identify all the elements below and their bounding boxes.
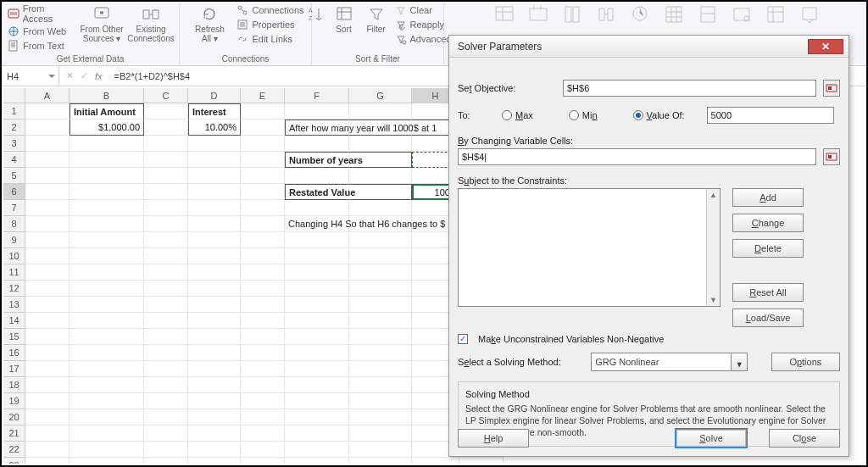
cell-B12[interactable] (70, 281, 144, 297)
radio-max[interactable]: Max (502, 110, 533, 120)
col-header-G[interactable]: G (349, 88, 412, 103)
from-other-sources-button[interactable]: From Other Sources ▾ (79, 3, 125, 45)
cell-E13[interactable] (241, 297, 285, 313)
advanced-button[interactable]: Advanced (394, 32, 452, 46)
cell-F23[interactable] (285, 458, 349, 464)
row-header-11[interactable]: 11 (3, 264, 25, 281)
cell-F11[interactable] (285, 264, 349, 281)
cell-E4[interactable] (241, 152, 285, 168)
cell-A19[interactable] (25, 393, 70, 409)
cell-D1[interactable]: Interest (188, 103, 241, 120)
cell-F18[interactable] (285, 377, 349, 393)
cell-C18[interactable] (144, 377, 188, 393)
cell-D18[interactable] (188, 377, 241, 393)
cell-A12[interactable] (25, 281, 70, 297)
row-header-6[interactable]: 6 (3, 184, 25, 200)
cell-F1[interactable] (285, 103, 349, 120)
from-text-button[interactable]: From Text (7, 39, 75, 53)
cell-D8[interactable] (188, 216, 241, 232)
cell-C3[interactable] (144, 136, 188, 152)
cell-E17[interactable] (241, 361, 285, 377)
cell-A9[interactable] (25, 232, 70, 248)
add-constraint-button[interactable]: Add (732, 188, 804, 207)
cell-F20[interactable] (285, 409, 349, 425)
cell-A1[interactable] (25, 103, 70, 120)
col-header-F[interactable]: F (285, 88, 349, 103)
cell-A13[interactable] (25, 297, 70, 313)
cell-B5[interactable] (70, 168, 144, 184)
refresh-all-button[interactable]: Refresh All ▾ (186, 3, 232, 45)
cell-F4[interactable]: Number of years (285, 152, 349, 168)
row-header-2[interactable]: 2 (3, 120, 25, 136)
row-header-7[interactable]: 7 (3, 200, 25, 216)
cell-E3[interactable] (241, 136, 285, 152)
cell-C20[interactable] (144, 409, 188, 425)
cell-F12[interactable] (285, 281, 349, 297)
scrollbar[interactable] (706, 189, 720, 306)
constraints-list[interactable] (458, 188, 721, 307)
cell-D16[interactable] (188, 345, 241, 361)
cell-G16[interactable] (349, 345, 412, 361)
cell-F17[interactable] (285, 361, 349, 377)
ref-picker-changing[interactable] (823, 148, 840, 165)
cell-E19[interactable] (241, 393, 285, 409)
cell-E11[interactable] (241, 264, 285, 281)
cell-G1[interactable] (349, 103, 412, 120)
cell-D21[interactable] (188, 425, 241, 442)
cell-F3[interactable] (285, 136, 349, 152)
cell-G4[interactable] (349, 152, 412, 168)
cell-G10[interactable] (349, 248, 412, 264)
cell-B10[interactable] (70, 248, 144, 264)
row-header-18[interactable]: 18 (3, 377, 25, 393)
cell-F10[interactable] (285, 248, 349, 264)
cell-B7[interactable] (70, 200, 144, 216)
cell-F19[interactable] (285, 393, 349, 409)
row-header-20[interactable]: 20 (3, 409, 25, 425)
row-header-19[interactable]: 19 (3, 393, 25, 409)
cell-C16[interactable] (144, 345, 188, 361)
cell-E5[interactable] (241, 168, 285, 184)
cell-I23[interactable] (459, 458, 504, 464)
row-header-1[interactable]: 1 (3, 103, 25, 120)
delete-constraint-button[interactable]: Delete (732, 239, 804, 258)
cell-B15[interactable] (70, 329, 144, 345)
radio-min[interactable]: Min (569, 110, 598, 120)
cell-A15[interactable] (25, 329, 70, 345)
row-header-15[interactable]: 15 (3, 329, 25, 345)
cell-D19[interactable] (188, 393, 241, 409)
cell-C11[interactable] (144, 264, 188, 281)
cell-E8[interactable] (241, 216, 285, 232)
cell-E22[interactable] (241, 442, 285, 458)
cell-G22[interactable] (349, 442, 412, 458)
cell-C14[interactable] (144, 313, 188, 329)
cell-A23[interactable] (25, 458, 70, 464)
cell-E1[interactable] (241, 103, 285, 120)
cell-C2[interactable] (144, 120, 188, 136)
help-button[interactable]: Help (458, 429, 529, 448)
row-header-13[interactable]: 13 (3, 297, 25, 313)
cell-D2[interactable]: 10.00% (188, 120, 241, 136)
cell-A8[interactable] (25, 216, 70, 232)
cell-B13[interactable] (70, 297, 144, 313)
cell-A21[interactable] (25, 425, 70, 442)
by-changing-input[interactable] (458, 148, 816, 165)
cell-G21[interactable] (349, 425, 412, 442)
radio-value-of[interactable]: Value Of: (633, 110, 685, 120)
cell-G20[interactable] (349, 409, 412, 425)
cell-G19[interactable] (349, 393, 412, 409)
cell-C12[interactable] (144, 281, 188, 297)
row-header-5[interactable]: 5 (3, 168, 25, 184)
cell-E9[interactable] (241, 232, 285, 248)
cell-D7[interactable] (188, 200, 241, 216)
cell-F13[interactable] (285, 297, 349, 313)
close-button[interactable]: ✕ (808, 39, 843, 54)
cell-G11[interactable] (349, 264, 412, 281)
cell-C22[interactable] (144, 442, 188, 458)
cell-B19[interactable] (70, 393, 144, 409)
row-header-17[interactable]: 17 (3, 361, 25, 377)
cell-E6[interactable] (241, 184, 285, 200)
cell-B4[interactable] (70, 152, 144, 168)
row-header-21[interactable]: 21 (3, 425, 25, 442)
load-save-button[interactable]: Load/Save (732, 309, 804, 327)
cell-B18[interactable] (70, 377, 144, 393)
